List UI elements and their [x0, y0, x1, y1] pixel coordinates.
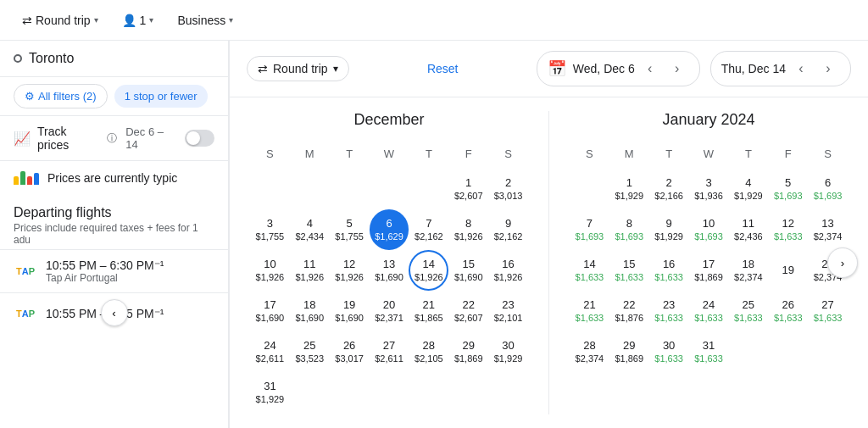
calendar-day-cell[interactable]: 8$1,693: [609, 209, 649, 250]
calendar-day-cell[interactable]: 26$1,633: [768, 291, 808, 331]
track-dates: Dec 6 – 14: [125, 125, 178, 151]
calendar-day-cell[interactable]: 16$1,926: [488, 250, 528, 291]
day-price: $2,374: [814, 231, 843, 242]
start-date-next-button[interactable]: ›: [665, 57, 689, 81]
calendar-day-cell[interactable]: 4$2,434: [290, 209, 330, 250]
departing-subtitle: Prices include required taxes + fees for…: [14, 222, 214, 246]
calendar-day-cell[interactable]: 14$1,926: [409, 250, 448, 291]
end-date-prev-button[interactable]: ‹: [789, 57, 813, 81]
calendar-day-cell[interactable]: 11$1,926: [290, 250, 330, 291]
empty-cell: [370, 169, 409, 209]
calendar-day-cell[interactable]: 20$2,371: [370, 291, 409, 331]
calendar-day-cell[interactable]: 19: [768, 250, 808, 291]
calendar-day-cell[interactable]: 24$1,633: [689, 291, 729, 331]
calendar-day-cell[interactable]: 1$2,607: [448, 169, 488, 209]
calendar-day-cell[interactable]: 2$3,013: [488, 169, 528, 209]
left-panel: Toronto ⚙ All filters (2) 1 stop or fewe…: [0, 41, 229, 428]
all-filters-button[interactable]: ⚙ All filters (2): [14, 84, 108, 108]
track-prices-row: 📈 Track prices ⓘ Dec 6 – 14: [0, 116, 228, 161]
empty-cell: [250, 169, 290, 209]
calendar-day-cell[interactable]: 25$3,523: [290, 331, 330, 372]
day-price: $1,693: [774, 191, 803, 202]
calendar-day-cell[interactable]: 21$1,865: [409, 291, 448, 331]
calendar-day-cell[interactable]: 15$1,633: [609, 250, 649, 291]
day-price: $2,607: [454, 313, 483, 324]
calendar-day-cell[interactable]: 23$1,633: [649, 291, 689, 331]
passengers-button[interactable]: 👤 1 ▾: [114, 8, 163, 32]
calendar-day-cell[interactable]: 12$1,926: [330, 250, 370, 291]
round-trip-button[interactable]: ⇄ Round trip ▾: [14, 8, 107, 32]
calendar-day-cell[interactable]: 30$1,633: [649, 331, 689, 372]
calendar-day-cell[interactable]: 17$1,690: [250, 291, 290, 331]
calendar-day-cell[interactable]: 3$1,755: [250, 209, 290, 250]
calendar-day-cell[interactable]: 10$1,693: [689, 209, 729, 250]
day-number: 29: [623, 339, 635, 353]
calendar-day-cell[interactable]: 2$2,166: [649, 169, 689, 209]
calendar-day-cell[interactable]: 22$1,876: [609, 291, 649, 331]
chevron-left-icon: ‹: [112, 307, 115, 320]
calendar-day-cell[interactable]: 16$1,633: [649, 250, 689, 291]
calendar-day-cell[interactable]: 8$1,926: [448, 209, 488, 250]
calendar-day-cell[interactable]: 1$1,929: [609, 169, 649, 209]
calendar-day-cell[interactable]: 23$2,101: [488, 291, 528, 331]
calendar-day-cell[interactable]: 12$1,633: [768, 209, 808, 250]
calendar-day-cell[interactable]: 22$2,607: [448, 291, 488, 331]
calendar-day-cell[interactable]: 15$1,690: [448, 250, 488, 291]
calendar-day-cell[interactable]: 5$1,693: [768, 169, 808, 209]
calendar-next-button[interactable]: ›: [827, 247, 858, 278]
calendar-day-cell[interactable]: 13$1,690: [370, 250, 409, 291]
day-number: 21: [423, 298, 435, 312]
calendar-day-cell[interactable]: 21$1,633: [570, 291, 609, 331]
day-number: 13: [383, 258, 395, 271]
calendar-day-cell[interactable]: 29$1,869: [448, 331, 488, 372]
calendar-day-cell[interactable]: 18$2,374: [728, 250, 768, 291]
calendar-day-cell[interactable]: 13$2,374: [808, 209, 848, 250]
calendar-day-cell[interactable]: 7$1,693: [570, 209, 609, 250]
calendar-day-cell[interactable]: 19$1,690: [330, 291, 370, 331]
chevron-down-icon: ▾: [333, 63, 338, 75]
calendar-day-cell[interactable]: 24$2,611: [250, 331, 290, 372]
calendar-day-cell[interactable]: 11$2,436: [728, 209, 768, 250]
calendar-day-cell[interactable]: 28$2,105: [409, 331, 448, 372]
calendar-day-cell[interactable]: 29$1,869: [609, 331, 649, 372]
calendar-day-cell[interactable]: 27$1,633: [808, 291, 848, 331]
calendar-day-cell[interactable]: 28$2,374: [570, 331, 609, 372]
day-number: 4: [307, 217, 313, 231]
calendar-day-cell[interactable]: 7$2,162: [409, 209, 448, 250]
calendar-day-cell[interactable]: 9$2,162: [488, 209, 528, 250]
reset-button[interactable]: Reset: [417, 57, 469, 81]
class-button[interactable]: Business ▾: [169, 8, 242, 32]
day-price: $2,611: [375, 353, 403, 364]
day-number: 30: [502, 339, 514, 353]
day-number: 2: [505, 176, 511, 190]
info-icon: ⓘ: [107, 131, 117, 146]
calendar-day-cell[interactable]: 6$1,629: [370, 209, 409, 250]
top-bar: ⇄ Round trip ▾ 👤 1 ▾ Business ▾: [0, 0, 868, 41]
calendar-day-cell[interactable]: 31$1,929: [250, 372, 290, 413]
collapse-panel-button[interactable]: ‹: [101, 299, 128, 326]
calendar-day-cell[interactable]: 10$1,926: [250, 250, 290, 291]
day-price: $1,929: [494, 353, 523, 364]
calendar-roundtrip-button[interactable]: ⇄ Round trip ▾: [247, 56, 349, 81]
calendar-day-cell[interactable]: 4$1,929: [728, 169, 768, 209]
calendar-day-cell[interactable]: 3$1,936: [689, 169, 729, 209]
track-prices-toggle[interactable]: [185, 130, 214, 147]
calendar-day-cell[interactable]: 9$1,929: [649, 209, 689, 250]
day-price: $1,633: [814, 313, 843, 324]
day-price: $1,633: [774, 313, 803, 324]
calendar-day-cell[interactable]: 25$1,633: [728, 291, 768, 331]
calendar-day-cell[interactable]: 14$1,633: [570, 250, 609, 291]
flight-item[interactable]: TAP 10:55 PM – 6:30 PM⁻¹ Tap Air Portuga…: [0, 249, 228, 292]
calendar-day-cell[interactable]: 6$1,693: [808, 169, 848, 209]
calendar-day-cell[interactable]: 27$2,611: [370, 331, 409, 372]
calendar-day-cell[interactable]: 31$1,633: [689, 331, 729, 372]
calendar-day-cell[interactable]: 26$3,017: [330, 331, 370, 372]
end-date-next-button[interactable]: ›: [816, 57, 840, 81]
day-number: 25: [743, 298, 754, 312]
calendar-day-cell[interactable]: 30$1,929: [488, 331, 528, 372]
calendar-day-cell[interactable]: 18$1,690: [290, 291, 330, 331]
calendar-day-cell[interactable]: 17$1,869: [689, 250, 729, 291]
start-date-prev-button[interactable]: ‹: [638, 57, 662, 81]
calendar-day-cell[interactable]: 5$1,755: [330, 209, 370, 250]
stop-filter-button[interactable]: 1 stop or fewer: [114, 85, 208, 108]
